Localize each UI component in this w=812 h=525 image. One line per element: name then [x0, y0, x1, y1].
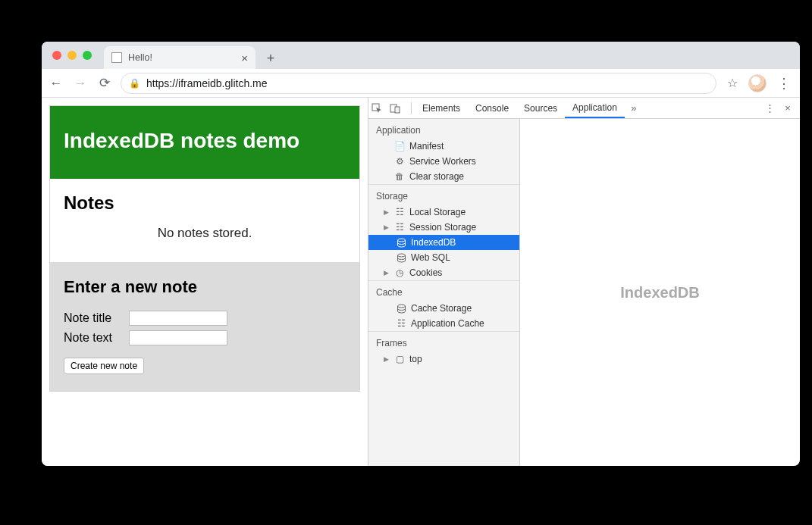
gear-icon: ⚙ [394, 156, 405, 167]
tab-strip: Hello! × + [42, 42, 800, 69]
database-icon [396, 237, 406, 248]
chevron-right-icon: ▶ [384, 208, 390, 216]
forward-button: → [72, 76, 89, 91]
lock-icon: 🔒 [129, 78, 140, 89]
devtools-body: Application 📄 Manifest ⚙ Service Workers… [368, 119, 800, 466]
sidebar-item-label: Local Storage [409, 207, 466, 217]
sidebar-item-top-frame[interactable]: ▶ ▢ top [368, 352, 519, 367]
group-frames: Frames [368, 331, 519, 352]
sidebar-item-label: Clear storage [409, 171, 464, 182]
sidebar-item-service-workers[interactable]: ⚙ Service Workers [368, 154, 519, 169]
close-devtools-button[interactable]: × [779, 102, 797, 114]
profile-avatar[interactable] [748, 74, 767, 92]
note-text-input[interactable] [129, 330, 227, 345]
browser-menu-button[interactable]: ⋮ [777, 75, 791, 92]
sidebar-item-label: Web SQL [411, 252, 450, 263]
close-tab-button[interactable]: × [241, 52, 248, 64]
new-note-form: Enter a new note Note title Note text Cr… [50, 262, 359, 391]
devtools-main-pane: IndexedDB [520, 119, 800, 466]
svg-point-4 [397, 254, 405, 257]
browser-tab[interactable]: Hello! × [104, 46, 256, 69]
chevron-right-icon: ▶ [384, 269, 390, 277]
chevron-right-icon: ▶ [384, 223, 390, 231]
sidebar-item-cache-storage[interactable]: Cache Storage [368, 301, 519, 316]
devtools-tabbar: Elements Console Sources Application » ⋮… [368, 98, 800, 119]
trash-icon: 🗑 [394, 171, 405, 182]
storage-icon: ☷ [394, 222, 405, 233]
sidebar-item-clear-storage[interactable]: 🗑 Clear storage [368, 169, 519, 184]
address-bar[interactable]: 🔒 https://iframeidb.glitch.me [121, 73, 716, 94]
sidebar-item-label: top [409, 354, 422, 364]
more-tabs-icon[interactable]: » [625, 102, 643, 114]
tab-application[interactable]: Application [565, 98, 625, 118]
svg-point-5 [397, 305, 405, 308]
sidebar-item-label: IndexedDB [411, 237, 456, 248]
main-placeholder: IndexedDB [620, 284, 699, 302]
tab-title: Hello! [128, 52, 152, 63]
back-button[interactable]: ← [48, 76, 64, 91]
page-viewport: IndexedDB notes demo Notes No notes stor… [42, 98, 368, 466]
toolbar-right: ☆ ⋮ [724, 74, 794, 92]
sidebar-item-label: Session Storage [409, 222, 476, 233]
note-title-input[interactable] [129, 311, 227, 326]
devtools-menu-icon[interactable]: ⋮ [760, 102, 779, 114]
inspect-element-icon[interactable] [372, 103, 390, 114]
devtools-panel: Elements Console Sources Application » ⋮… [368, 98, 800, 466]
application-sidebar: Application 📄 Manifest ⚙ Service Workers… [368, 119, 520, 466]
storage-icon: ☷ [396, 318, 406, 329]
cookie-icon: ◷ [394, 267, 405, 278]
file-icon [111, 52, 122, 63]
database-icon [396, 303, 406, 314]
database-icon [396, 252, 406, 263]
group-storage: Storage [368, 184, 519, 205]
chevron-right-icon: ▶ [384, 355, 390, 363]
reload-button[interactable]: ⟳ [96, 75, 113, 91]
tab-elements[interactable]: Elements [415, 98, 468, 118]
content-area: IndexedDB notes demo Notes No notes stor… [42, 98, 800, 466]
file-icon: 📄 [394, 141, 405, 152]
svg-rect-2 [395, 107, 400, 113]
sidebar-item-application-cache[interactable]: ☷ Application Cache [368, 316, 519, 331]
notes-section: Notes No notes stored. [50, 179, 359, 262]
sidebar-item-label: Cookies [409, 267, 442, 278]
storage-icon: ☷ [394, 207, 405, 217]
group-application: Application [368, 119, 519, 139]
sidebar-item-cookies[interactable]: ▶ ◷ Cookies [368, 265, 519, 280]
window-controls [48, 42, 99, 69]
tab-sources[interactable]: Sources [516, 98, 565, 118]
form-heading: Enter a new note [64, 277, 346, 297]
group-cache: Cache [368, 280, 519, 301]
page-title: IndexedDB notes demo [50, 106, 359, 179]
url-text: https://iframeidb.glitch.me [146, 77, 268, 89]
notes-heading: Notes [64, 192, 346, 214]
note-title-label: Note title [64, 311, 124, 325]
sidebar-item-label: Service Workers [409, 156, 476, 167]
maximize-window-button[interactable] [83, 51, 92, 60]
toolbar: ← → ⟳ 🔒 https://iframeidb.glitch.me ☆ ⋮ [42, 69, 800, 98]
device-toolbar-icon[interactable] [390, 103, 408, 114]
minimize-window-button[interactable] [67, 51, 77, 60]
demo-app: IndexedDB notes demo Notes No notes stor… [49, 105, 360, 392]
note-text-label: Note text [64, 331, 124, 345]
sidebar-item-local-storage[interactable]: ▶ ☷ Local Storage [368, 205, 519, 220]
create-note-button[interactable]: Create new note [64, 358, 144, 374]
frame-icon: ▢ [394, 354, 405, 364]
close-window-button[interactable] [52, 51, 61, 60]
sidebar-item-web-sql[interactable]: Web SQL [368, 250, 519, 265]
tab-console[interactable]: Console [468, 98, 516, 118]
sidebar-item-label: Application Cache [411, 318, 484, 329]
sidebar-item-manifest[interactable]: 📄 Manifest [368, 139, 519, 154]
sidebar-item-session-storage[interactable]: ▶ ☷ Session Storage [368, 220, 519, 235]
sidebar-item-indexeddb[interactable]: IndexedDB [368, 235, 519, 250]
svg-point-3 [397, 239, 405, 242]
sidebar-item-label: Manifest [409, 141, 444, 152]
new-tab-button[interactable]: + [260, 48, 281, 69]
empty-notes-message: No notes stored. [64, 226, 346, 256]
bookmark-star-icon[interactable]: ☆ [727, 76, 738, 90]
sidebar-item-label: Cache Storage [411, 303, 472, 314]
browser-window: Hello! × + ← → ⟳ 🔒 https://iframeidb.gli… [42, 42, 800, 466]
